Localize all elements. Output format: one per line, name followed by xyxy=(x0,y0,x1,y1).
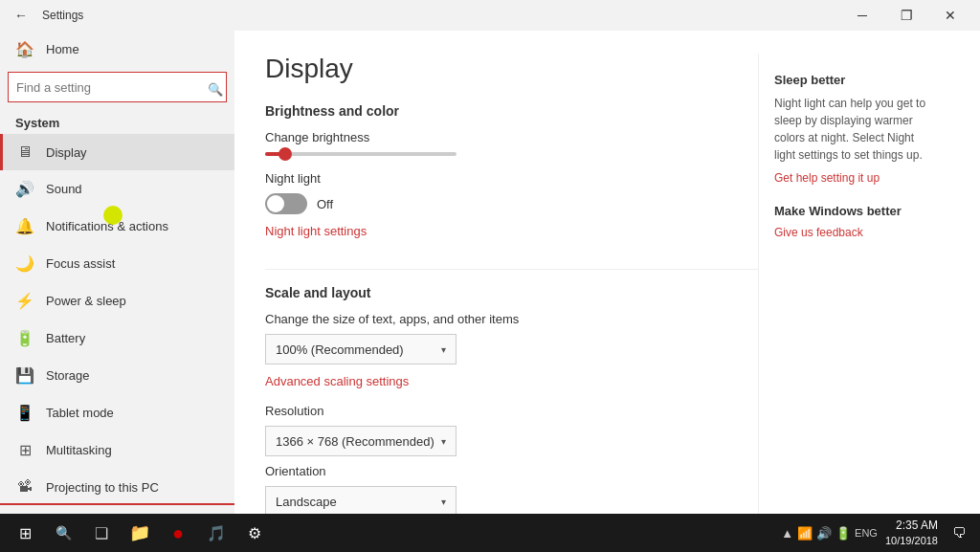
scale-layout-title: Scale and layout xyxy=(265,285,758,300)
orientation-dropdown-value: Landscape xyxy=(276,495,337,509)
sidebar-item-power-sleep[interactable]: ⚡ Power & sleep xyxy=(0,282,234,320)
sidebar-item-storage[interactable]: 💾 Storage xyxy=(0,357,234,394)
projecting-icon: 📽 xyxy=(15,478,34,496)
taskbar-search-button[interactable]: 🔍 xyxy=(46,516,80,550)
folder-button[interactable]: 📁 xyxy=(122,516,157,550)
sidebar-item-tablet-mode[interactable]: 📱 Tablet mode xyxy=(0,394,234,431)
panel-windows-title: Make Windows better xyxy=(774,204,934,218)
taskbar: ⊞ 🔍 ❑ 📁 ● 🎵 ⚙ ▲ 📶 🔊 🔋 ENG 2:35 AM 10/19/… xyxy=(0,514,980,552)
size-dropdown-value: 100% (Recommended) xyxy=(276,342,404,357)
display-icon: 🖥 xyxy=(15,144,34,161)
window-title: Settings xyxy=(42,9,83,22)
night-light-label: Night light xyxy=(265,171,758,186)
main-area: 🏠 Home 🔍 System 🖥 Display 🔊 Sound 🔔 Noti… xyxy=(0,31,980,514)
tray-lang: ENG xyxy=(855,527,878,539)
sidebar-home-label: Home xyxy=(46,42,79,56)
resolution-label: Resolution xyxy=(265,404,758,418)
window-controls: ─ ❐ ✕ xyxy=(840,0,972,31)
sidebar-battery-label: Battery xyxy=(46,331,85,345)
resolution-dropdown[interactable]: 1366 × 768 (Recommended) ▾ xyxy=(265,426,457,456)
sidebar-projecting-label: Projecting to this PC xyxy=(46,480,159,495)
media-button[interactable]: 🎵 xyxy=(199,516,234,550)
tray-arrow[interactable]: ▲ xyxy=(781,526,793,541)
power-icon: ⚡ xyxy=(15,292,34,310)
taskbar-clock: 2:35 AM 10/19/2018 xyxy=(885,519,938,547)
home-icon: 🏠 xyxy=(15,40,34,58)
sidebar-item-home[interactable]: 🏠 Home xyxy=(0,31,234,68)
content-columns: Display Brightness and color Change brig… xyxy=(265,54,949,514)
taskbar-left: ⊞ 🔍 ❑ 📁 ● 🎵 ⚙ xyxy=(8,516,272,550)
tray-battery: 🔋 xyxy=(835,526,851,541)
divider-1 xyxy=(265,269,758,270)
start-button[interactable]: ⊞ xyxy=(8,516,42,550)
resolution-dropdown-value: 1366 × 768 (Recommended) xyxy=(276,434,434,449)
title-bar-left: ← Settings xyxy=(8,2,83,29)
sidebar-item-display[interactable]: 🖥 Display xyxy=(0,134,234,170)
orientation-dropdown[interactable]: Landscape ▾ xyxy=(265,486,457,514)
panel-sleep-title: Sleep better xyxy=(774,73,934,87)
back-button[interactable]: ← xyxy=(8,2,34,29)
night-light-toggle[interactable] xyxy=(265,193,307,214)
notifications-icon: 🔔 xyxy=(15,217,34,235)
tablet-icon: 📱 xyxy=(15,404,34,422)
minimize-button[interactable]: ─ xyxy=(840,0,884,31)
search-wrapper: 🔍 xyxy=(0,68,234,110)
sidebar-display-label: Display xyxy=(46,145,87,160)
sidebar-item-sound[interactable]: 🔊 Sound xyxy=(0,170,234,208)
sidebar-notifications-label: Notifications & actions xyxy=(46,219,168,233)
sidebar-section-system: System xyxy=(0,110,234,134)
sidebar-item-battery[interactable]: 🔋 Battery xyxy=(0,320,234,357)
sidebar-item-multitasking[interactable]: ⊞ Multitasking xyxy=(0,431,234,469)
panel-sleep-text: Night light can help you get to sleep by… xyxy=(774,95,934,164)
panel-feedback-link[interactable]: Give us feedback xyxy=(774,226,934,239)
advanced-scaling-link[interactable]: Advanced scaling settings xyxy=(265,374,409,388)
brightness-slider[interactable] xyxy=(265,152,758,156)
sidebar-item-projecting[interactable]: 📽 Projecting to this PC xyxy=(0,469,234,505)
tray-network: 📶 xyxy=(797,526,813,541)
orientation-dropdown-arrow: ▾ xyxy=(441,497,446,507)
sidebar-multitasking-label: Multitasking xyxy=(46,443,112,457)
taskview-button[interactable]: ❑ xyxy=(84,516,119,550)
close-button[interactable]: ✕ xyxy=(928,0,972,31)
system-tray: ▲ 📶 🔊 🔋 ENG xyxy=(781,526,878,541)
clock-time: 2:35 AM xyxy=(885,519,938,534)
sidebar-tablet-label: Tablet mode xyxy=(46,406,114,420)
taskbar-right: ▲ 📶 🔊 🔋 ENG 2:35 AM 10/19/2018 🗨 xyxy=(781,516,972,550)
settings-taskbar-button[interactable]: ⚙ xyxy=(237,516,272,550)
brightness-color-title: Brightness and color xyxy=(265,103,758,119)
orientation-label: Orientation xyxy=(265,464,758,478)
storage-icon: 💾 xyxy=(15,366,34,385)
right-panel: Sleep better Night light can help you ge… xyxy=(758,54,949,514)
tray-sound: 🔊 xyxy=(816,526,832,541)
size-label: Change the size of text, apps, and other… xyxy=(265,312,758,326)
sidebar-storage-label: Storage xyxy=(46,368,90,383)
search-icon: 🔍 xyxy=(208,82,223,97)
slider-track xyxy=(265,152,457,156)
battery-icon: 🔋 xyxy=(15,329,34,347)
notification-button[interactable]: 🗨 xyxy=(946,516,972,550)
sidebar-power-label: Power & sleep xyxy=(46,294,126,308)
night-light-settings-link[interactable]: Night light settings xyxy=(265,224,367,238)
panel-sleep-link[interactable]: Get help setting it up xyxy=(774,171,934,185)
sound-icon: 🔊 xyxy=(15,180,34,198)
size-dropdown-arrow: ▾ xyxy=(441,344,446,355)
sidebar: 🏠 Home 🔍 System 🖥 Display 🔊 Sound 🔔 Noti… xyxy=(0,31,234,514)
sidebar-item-focus-assist[interactable]: 🌙 Focus assist xyxy=(0,245,234,282)
browser-button[interactable]: ● xyxy=(161,516,195,550)
sidebar-sound-label: Sound xyxy=(46,182,82,196)
content-main: Display Brightness and color Change brig… xyxy=(265,54,758,514)
page-title: Display xyxy=(265,54,758,84)
night-light-row: Off xyxy=(265,193,758,214)
restore-button[interactable]: ❐ xyxy=(884,0,928,31)
sidebar-item-notifications[interactable]: 🔔 Notifications & actions xyxy=(0,208,234,245)
focus-assist-icon: 🌙 xyxy=(15,254,34,273)
night-light-state: Off xyxy=(317,197,333,211)
sidebar-item-shared-experiences[interactable]: ✕ Shared experiences xyxy=(0,505,234,514)
clock-date: 10/19/2018 xyxy=(885,534,938,547)
search-input[interactable] xyxy=(8,72,227,102)
content-area: Display Brightness and color Change brig… xyxy=(234,31,980,514)
slider-thumb xyxy=(278,147,292,161)
size-dropdown[interactable]: 100% (Recommended) ▾ xyxy=(265,334,457,364)
toggle-knob xyxy=(267,195,284,212)
title-bar: ← Settings ─ ❐ ✕ xyxy=(0,0,980,31)
